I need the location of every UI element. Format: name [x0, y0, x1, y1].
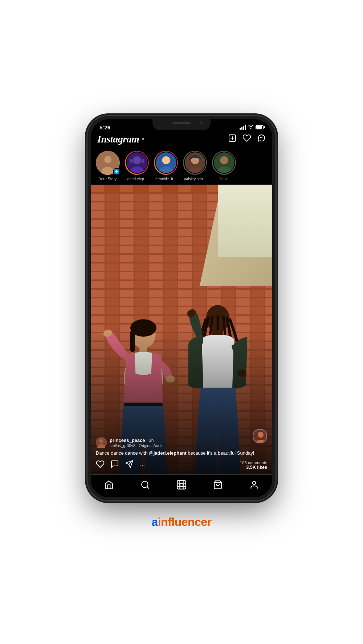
post-stats: 108 comments 3.5K likes [240, 460, 267, 470]
battery-icon [256, 125, 264, 129]
battery-fill [256, 126, 262, 129]
comment-button[interactable] [110, 460, 119, 471]
add-story-button[interactable]: + [113, 168, 120, 175]
story-avatar-wrap-frenchie [154, 151, 178, 175]
svg-rect-9 [130, 159, 132, 163]
post-user-info: princess_peace 3h stellas_gr00v3 · Origi… [110, 437, 267, 448]
post-time: 3h [149, 438, 154, 443]
story-item-frenchie[interactable]: frenchie_fr... [154, 151, 178, 181]
nav-search[interactable] [137, 478, 153, 491]
instagram-logo: Instagram [97, 133, 139, 145]
story-label-your-story: Your Story [99, 177, 117, 181]
page-wrapper: 5:26 [0, 0, 363, 644]
post-comments-count[interactable]: 108 comments [240, 460, 267, 465]
post-info: princess_peace 3h stellas_gr00v3 · Origi… [91, 433, 272, 474]
post-container: princess_peace 3h stellas_gr00v3 · Origi… [91, 185, 272, 474]
signal-bars [240, 125, 246, 130]
status-icons [240, 124, 264, 130]
nav-home[interactable] [101, 478, 117, 491]
nav-profile[interactable] [246, 478, 262, 491]
story-item-your-story[interactable]: + Your Story [96, 151, 120, 181]
speaker [172, 122, 191, 124]
brand-a: a [151, 515, 158, 529]
stories-row: + Your Story [91, 148, 272, 185]
share-button[interactable] [125, 460, 134, 471]
post-username[interactable]: princess_peace [110, 438, 145, 443]
phone-screen: 5:26 [91, 119, 272, 497]
signal-bar-2 [241, 127, 242, 130]
brand-influencer: influencer [158, 515, 212, 529]
header-title: Instagram ▾ [97, 133, 144, 145]
your-story-avatar: + [96, 151, 120, 175]
bottom-nav [91, 474, 272, 497]
post-likes-count: 3.5K likes [240, 465, 267, 470]
post-mention[interactable]: @jaded.elephant [149, 450, 187, 456]
svg-point-18 [220, 156, 228, 164]
svg-point-7 [133, 156, 141, 164]
branding: ainfluencer [151, 515, 211, 529]
post-image: princess_peace 3h stellas_gr00v3 · Origi… [91, 185, 272, 474]
signal-bar-3 [243, 126, 244, 130]
your-story-avatar-wrap: + [96, 151, 120, 175]
post-tagged-avatar[interactable] [253, 429, 267, 443]
svg-point-4 [104, 156, 111, 163]
post-gradient-overlay [91, 185, 272, 474]
svg-point-41 [99, 439, 103, 443]
post-caption: Dance dance dance with @jaded.elephant b… [96, 450, 267, 456]
dropdown-chevron[interactable]: ▾ [142, 137, 144, 142]
svg-rect-10 [142, 159, 144, 163]
story-label-paisley: paisley.prin... [184, 177, 206, 181]
story-avatar-wrap-heal [212, 151, 236, 175]
signal-bar-1 [240, 128, 241, 130]
post-user-avatar [96, 437, 107, 448]
svg-point-57 [253, 481, 256, 484]
header-actions [228, 134, 266, 145]
story-avatar-wrap-paisley [183, 151, 207, 175]
svg-point-46 [258, 432, 264, 438]
app-header: Instagram ▾ [91, 132, 272, 148]
wifi-icon [248, 124, 254, 130]
story-label-jaded: jaded.elep... [126, 177, 147, 181]
svg-rect-50 [177, 480, 185, 489]
post-actions-row: ··· 108 comments 3.5K likes [96, 460, 267, 471]
status-time: 5:26 [99, 124, 110, 130]
messenger-icon[interactable] [257, 134, 266, 145]
nav-reels[interactable] [174, 478, 189, 491]
story-label-frenchie: frenchie_fr... [155, 177, 176, 181]
create-icon[interactable] [228, 134, 237, 145]
notch [152, 119, 211, 130]
nav-shop[interactable] [210, 478, 226, 491]
post-user-name-row: princess_peace 3h [110, 437, 267, 443]
signal-bar-4 [245, 125, 246, 130]
more-options-button[interactable]: ··· [139, 462, 146, 468]
front-camera [200, 121, 203, 124]
svg-point-51 [180, 483, 183, 486]
like-button[interactable] [96, 460, 105, 471]
story-item-paisley[interactable]: paisley.prin... [183, 151, 207, 181]
svg-line-49 [147, 487, 149, 488]
post-audio[interactable]: stellas_gr00v3 · Original Audio [110, 443, 267, 448]
story-item-heal[interactable]: heal [212, 151, 236, 181]
story-avatar-wrap-jaded [125, 151, 149, 175]
story-item-jaded[interactable]: jaded.elep... [125, 151, 149, 181]
notifications-icon[interactable] [242, 134, 251, 145]
story-label-heal: heal [220, 177, 228, 181]
post-user-row: princess_peace 3h stellas_gr00v3 · Origi… [96, 437, 267, 448]
phone-frame: 5:26 [87, 116, 276, 501]
